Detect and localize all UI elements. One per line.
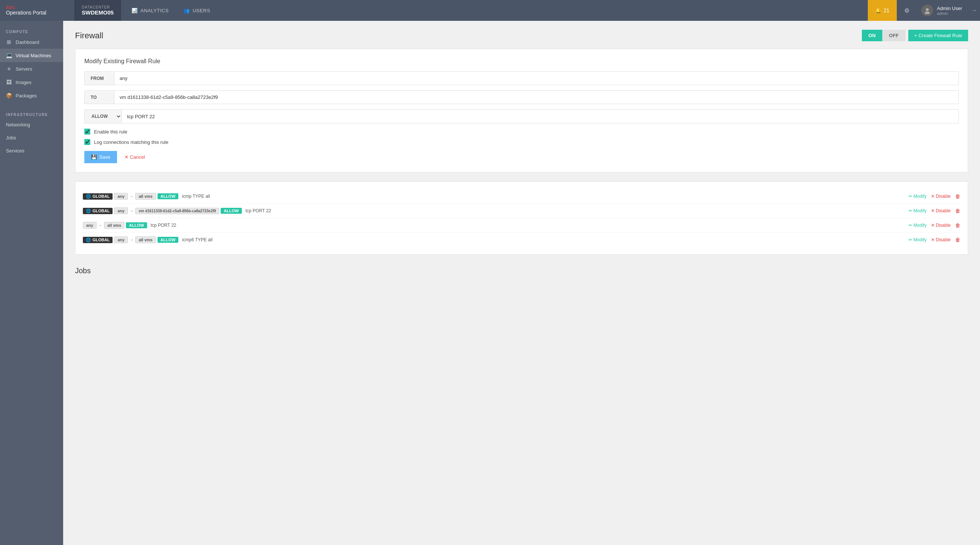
enable-rule-checkbox[interactable] [84, 129, 90, 135]
allow-tag: ALLOW [221, 208, 242, 214]
rule-text: icmp6 TYPE all [182, 237, 213, 242]
nav-analytics-label: ANALYTICS [140, 8, 169, 13]
avatar [921, 5, 933, 16]
nav-users[interactable]: 👥 USERS [176, 0, 218, 21]
enable-rule-row: Enable this rule [84, 129, 959, 135]
port-input[interactable] [122, 110, 958, 123]
modify-label: Modify [913, 237, 926, 242]
enable-rule-label: Enable this rule [94, 129, 127, 135]
disable-label: Disable [936, 208, 951, 214]
user-section[interactable]: Admin User admin [917, 0, 967, 21]
modify-button[interactable]: ✏ Modify [909, 194, 926, 199]
logout-button[interactable]: → [968, 7, 980, 14]
packages-icon: 📦 [6, 92, 12, 99]
nav-users-label: USERS [193, 8, 210, 13]
sidebar-item-services[interactable]: Services [0, 144, 63, 157]
sidebar-section-infrastructure: INFRASTRUCTURE [0, 110, 63, 118]
modify-label: Modify [913, 208, 926, 214]
sidebar-item-dashboard[interactable]: ⊞ Dashboard [0, 35, 63, 49]
to-vm-tag: vm d1611338-61d2-c5a9-856b-ca8a2723e2f9 [135, 208, 219, 214]
modify-button[interactable]: ✏ Modify [909, 208, 926, 214]
globe-icon: 🌐 [86, 209, 91, 214]
delete-button[interactable]: 🗑 [955, 237, 960, 243]
disable-button[interactable]: ✕ Disable [931, 223, 951, 228]
table-row: any → all vms ALLOW tcp PORT 22 ✏ Modify… [83, 218, 960, 233]
toggle-off-button[interactable]: OFF [882, 30, 905, 41]
save-icon: 💾 [91, 154, 97, 160]
global-tag: 🌐 GLOBAL [83, 193, 113, 200]
arrow-icon: → [129, 237, 134, 242]
disable-label: Disable [936, 237, 951, 242]
nav-analytics[interactable]: 📊 ANALYTICS [124, 0, 176, 21]
modify-firewall-card: Modify Existing Firewall Rule FROM TO AL… [75, 49, 968, 172]
sidebar-item-networking[interactable]: Networking [0, 118, 63, 131]
brand-sdc: SDC [6, 5, 68, 10]
firewall-rules-section: 🌐 GLOBAL any → all vms ALLOW icmp TYPE a… [75, 182, 968, 255]
allow-tag: ALLOW [126, 222, 147, 228]
jobs-section: Jobs [75, 266, 968, 275]
services-label: Services [6, 148, 24, 153]
users-icon: 👥 [183, 8, 190, 13]
sidebar-servers-label: Servers [16, 66, 32, 72]
arrow-icon: → [129, 208, 134, 214]
action-select[interactable]: ALLOW DENY REJECT [85, 110, 122, 123]
pencil-icon: ✏ [909, 208, 912, 214]
modify-button[interactable]: ✏ Modify [909, 237, 926, 242]
global-tag: 🌐 GLOBAL [83, 208, 113, 214]
to-field-row: TO [84, 90, 959, 104]
sidebar-item-servers[interactable]: ≡ Servers [0, 62, 63, 75]
sidebar-item-virtual-machines[interactable]: 💻 Virtual Machines [0, 49, 63, 62]
pencil-icon: ✏ [909, 237, 912, 242]
datacenter-label: DATACENTER [82, 5, 114, 9]
settings-button[interactable]: ⚙ [898, 0, 915, 21]
rule-actions: ✏ Modify ✕ Disable 🗑 [886, 222, 960, 228]
rule-actions: ✏ Modify ✕ Disable 🗑 [886, 237, 960, 243]
cancel-icon: ✕ [124, 154, 129, 160]
from-input[interactable] [115, 72, 958, 85]
sidebar-dashboard-label: Dashboard [16, 40, 40, 45]
disable-label: Disable [936, 194, 951, 199]
sidebar-item-jobs[interactable]: Jobs [0, 131, 63, 144]
top-header: SDC Operations Portal DATACENTER SWDEMO0… [0, 0, 980, 21]
cancel-button[interactable]: ✕ Cancel [120, 151, 150, 163]
modify-form-title: Modify Existing Firewall Rule [84, 58, 959, 65]
create-firewall-rule-button[interactable]: + Create Firewall Rule [908, 30, 968, 41]
delete-button[interactable]: 🗑 [955, 193, 960, 199]
user-info: Admin User admin [937, 6, 962, 16]
toggle-on-button[interactable]: ON [862, 30, 883, 41]
delete-button[interactable]: 🗑 [955, 208, 960, 214]
cancel-label: Cancel [130, 154, 145, 160]
modify-label: Modify [913, 194, 926, 199]
header-controls: ON OFF + Create Firewall Rule [862, 30, 968, 41]
save-button[interactable]: 💾 Save [84, 151, 117, 163]
globe-icon: 🌐 [86, 194, 91, 199]
rule-tags: 🌐 GLOBAL any → all vms ALLOW icmp6 TYPE … [83, 236, 886, 243]
global-tag: 🌐 GLOBAL [83, 237, 113, 243]
log-connections-checkbox[interactable] [84, 139, 90, 145]
x-icon: ✕ [931, 208, 935, 214]
from-field-row: FROM [84, 72, 959, 85]
arrow-icon: → [98, 223, 103, 228]
sidebar-item-images[interactable]: 🖼 Images [0, 75, 63, 89]
to-input[interactable] [115, 91, 958, 104]
vm-icon: 💻 [6, 53, 12, 58]
user-role: admin [937, 11, 962, 16]
bell-icon: 🔔 [875, 8, 881, 13]
brand-title: Operations Portal [6, 10, 68, 16]
modify-button[interactable]: ✏ Modify [909, 223, 926, 228]
disable-button[interactable]: ✕ Disable [931, 237, 951, 242]
disable-button[interactable]: ✕ Disable [931, 208, 951, 214]
jobs-section-title: Jobs [75, 266, 968, 275]
rule-text: tcp PORT 22 [151, 223, 177, 228]
x-icon: ✕ [931, 237, 935, 242]
save-label: Save [99, 154, 110, 160]
notifications-button[interactable]: 🔔 21 [868, 0, 897, 21]
disable-button[interactable]: ✕ Disable [931, 194, 951, 199]
disable-label: Disable [936, 223, 951, 228]
sidebar-item-packages[interactable]: 📦 Packages [0, 89, 63, 102]
rule-tags: 🌐 GLOBAL any → all vms ALLOW icmp TYPE a… [83, 193, 886, 200]
delete-button[interactable]: 🗑 [955, 222, 960, 228]
rule-actions: ✏ Modify ✕ Disable 🗑 [886, 193, 960, 199]
table-row: 🌐 GLOBAL any → vm d1611338-61d2-c5a9-856… [83, 204, 960, 218]
pencil-icon: ✏ [909, 223, 912, 228]
